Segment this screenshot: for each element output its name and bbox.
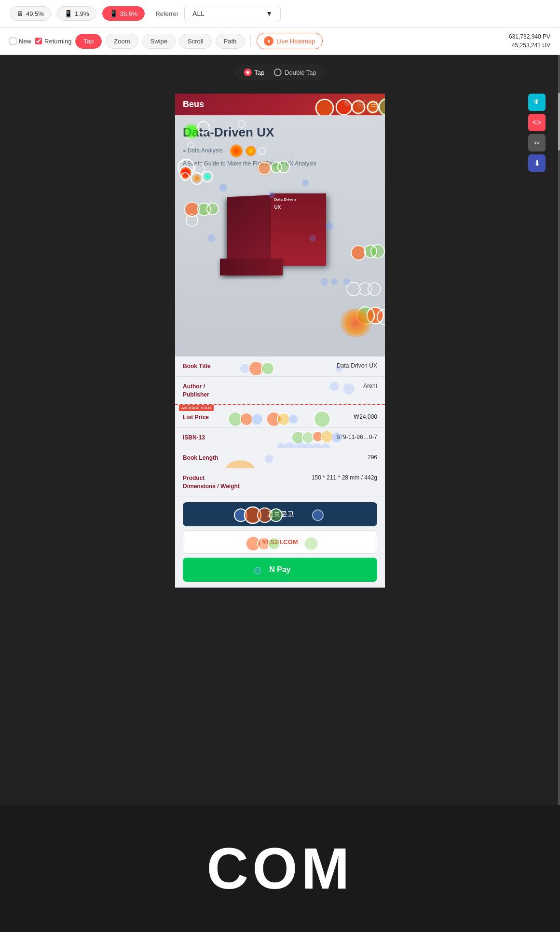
returning-checkbox-item[interactable]: Returning xyxy=(35,38,71,45)
zoom-mode-btn[interactable]: Zoom xyxy=(106,34,138,49)
author-label: Author /Publisher xyxy=(183,383,241,399)
svg-point-9 xyxy=(316,99,333,115)
mobile-icon: 📱 xyxy=(109,10,118,17)
new-checkbox-item[interactable]: New xyxy=(10,38,31,45)
menu-icon[interactable]: ☰ xyxy=(370,100,377,109)
svg-point-36 xyxy=(347,282,360,296)
length-value: 296 xyxy=(241,454,377,461)
svg-point-114 xyxy=(313,510,323,521)
code-tool-btn[interactable]: <> xyxy=(528,114,546,131)
tap-mode-btn[interactable]: Tap xyxy=(75,34,102,49)
svg-point-92 xyxy=(285,442,295,448)
tablet-stat[interactable]: 📱 1.9% xyxy=(57,6,96,21)
pv-value: 631,732,940 PV xyxy=(509,32,550,41)
svg-point-124 xyxy=(254,567,261,574)
live-dot: ● xyxy=(264,36,273,46)
svg-point-51 xyxy=(331,278,338,285)
phone-frame: Beus 🔍 🛒 ☰ xyxy=(175,94,385,795)
tap-circle xyxy=(197,121,210,134)
svg-point-106 xyxy=(234,509,247,521)
heatmap-content: Beus 🔍 🛒 ☰ xyxy=(175,94,385,588)
tap-radio[interactable] xyxy=(244,69,251,76)
desktop-stat[interactable]: 🖥 49.5% xyxy=(10,6,51,21)
book-front: Data-Driven UX xyxy=(271,193,326,266)
book-lying xyxy=(220,259,283,275)
hero-desc: A Basic Guide to Make the First Step of … xyxy=(183,160,377,167)
svg-point-98 xyxy=(312,443,322,448)
collapse-tool-btn[interactable]: >< xyxy=(528,134,546,151)
heat-blob-subtitle2 xyxy=(245,145,257,157)
avg-fold-label: AVERAGE FOLD xyxy=(179,405,214,411)
returning-checkbox[interactable] xyxy=(35,38,42,44)
path-mode-btn[interactable]: Path xyxy=(216,34,245,49)
desktop-icon: 🖥 xyxy=(17,10,24,17)
cart-icon[interactable]: 🛒 xyxy=(357,100,367,109)
author-value: Arent xyxy=(241,383,377,389)
tap-dot xyxy=(187,142,194,149)
search-icon[interactable]: 🔍 xyxy=(343,100,353,109)
svg-point-116 xyxy=(246,536,260,551)
double-tap-option[interactable]: Double Tap xyxy=(274,69,316,76)
svg-point-108 xyxy=(245,507,261,523)
eye-tool-btn[interactable]: 👁 xyxy=(528,94,546,111)
scrollbar-thumb[interactable] xyxy=(558,93,560,151)
side-tools: 👁 <> >< ⬇ xyxy=(528,94,546,172)
npay-btn[interactable]: N Pay xyxy=(183,558,377,582)
npay-label: N Pay xyxy=(269,565,290,574)
svg-point-37 xyxy=(359,283,371,295)
returning-label: Returning xyxy=(44,38,71,45)
svg-point-107 xyxy=(244,507,261,524)
brand-logo: Beus xyxy=(183,99,204,110)
live-heatmap-btn[interactable]: ● Live Heatmap xyxy=(257,33,322,49)
svg-point-96 xyxy=(303,443,313,448)
svg-point-122 xyxy=(305,537,317,550)
hero-section: Data-Driven UX ● Data Analysis A Basic G… xyxy=(175,115,385,356)
com-text: COM xyxy=(207,839,354,897)
svg-point-95 xyxy=(303,443,314,448)
svg-point-99 xyxy=(321,443,330,448)
new-checkbox[interactable] xyxy=(10,38,16,44)
svg-point-43 xyxy=(377,309,385,325)
swipe-mode-btn[interactable]: Swipe xyxy=(142,34,176,49)
book-title-value: Data-Driven UX xyxy=(241,362,377,369)
isbn-label: ISBN-13 xyxy=(183,434,241,442)
svg-point-90 xyxy=(277,443,286,448)
price-label: List Price xyxy=(183,413,241,422)
pv-uv-stats: 631,732,940 PV 45,253,241 UV xyxy=(509,32,550,50)
scrollbar[interactable] xyxy=(558,55,560,805)
hero-title: Data-Driven UX xyxy=(183,125,377,140)
nav-icons: 🔍 🛒 ☰ xyxy=(343,100,377,109)
book-3d: Data-Driven UX xyxy=(213,186,348,273)
yes24-btn[interactable]: YES24.COM xyxy=(183,530,377,554)
tap-circle-sm xyxy=(258,147,266,155)
referrer-dropdown[interactable]: ALL ▼ xyxy=(184,6,281,21)
book-front-text: Data-Driven UX xyxy=(271,193,326,214)
detail-row-isbn: ISBN-13 979-11-96…0-7 xyxy=(175,428,385,448)
tablet-stat-value: 1.9% xyxy=(75,10,89,17)
svg-point-4 xyxy=(378,97,385,115)
detail-row-book-title: Book Title Data-Driven UX xyxy=(175,356,385,377)
svg-point-93 xyxy=(294,441,305,448)
download-tool-btn[interactable]: ⬇ xyxy=(528,154,546,172)
svg-point-100 xyxy=(321,444,330,448)
svg-point-52 xyxy=(343,278,350,285)
svg-point-113 xyxy=(312,509,324,521)
live-heatmap-label: Live Heatmap xyxy=(276,38,315,45)
svg-point-94 xyxy=(294,442,305,448)
double-tap-radio[interactable] xyxy=(274,69,282,76)
svg-point-115 xyxy=(246,536,261,551)
kyobo-btn[interactable]: 교보문고 xyxy=(183,502,377,526)
detail-row-length: Book Length 296 xyxy=(175,448,385,468)
length-label: Book Length xyxy=(183,454,241,462)
yes24-label: YES24.COM xyxy=(262,538,298,546)
tap-option[interactable]: Tap xyxy=(244,69,264,76)
mobile-stat[interactable]: 📱 38.6% xyxy=(102,6,145,21)
dimensions-value: 150 * 211 * 28 mm / 442g xyxy=(241,474,377,481)
new-label: New xyxy=(19,38,31,45)
cta-section: 교보문고 YES24 xyxy=(175,496,385,588)
heat-blob-subtitle xyxy=(229,144,244,158)
scroll-mode-btn[interactable]: Scroll xyxy=(179,34,212,49)
detail-row-dimensions: ProductDimensions / Weight 150 * 211 * 2… xyxy=(175,468,385,497)
svg-point-97 xyxy=(312,443,322,448)
referrer-label: Referrer xyxy=(155,10,178,17)
